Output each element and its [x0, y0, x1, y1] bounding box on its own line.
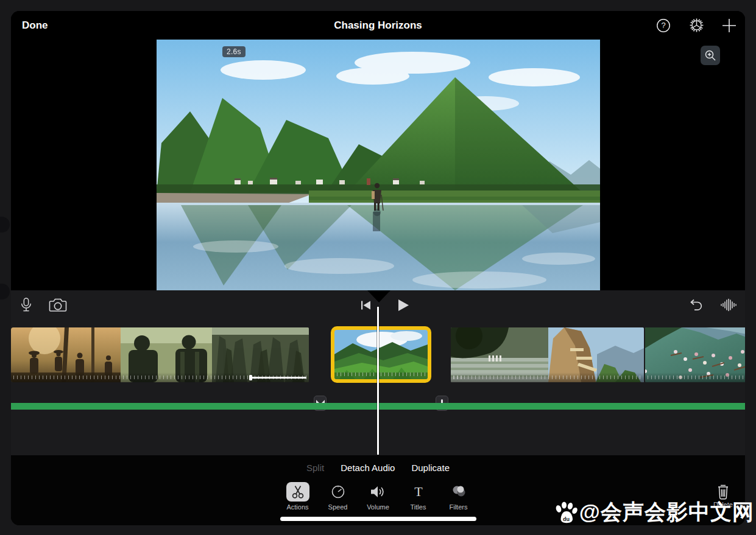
undo-icon[interactable]: [685, 295, 705, 315]
trash-icon: [716, 483, 730, 500]
capture-camera-icon[interactable]: [48, 295, 68, 315]
tab-label: Volume: [367, 503, 389, 511]
titles-T-icon: T: [407, 482, 430, 502]
voiceover-mic-icon[interactable]: [16, 295, 36, 315]
video-preview-area: 2.6s: [11, 40, 745, 290]
timeline-clip-hikers[interactable]: [11, 327, 309, 382]
split-menu-item[interactable]: Split: [306, 463, 324, 473]
project-settings-gear-icon[interactable]: [689, 18, 704, 33]
top-navigation-bar: Done Chasing Horizons ?: [11, 11, 745, 40]
help-icon[interactable]: ?: [656, 18, 671, 33]
duplicate-menu-item[interactable]: Duplicate: [411, 463, 450, 473]
inspector-panel: Split Detach Audio Duplicate Actions: [11, 455, 745, 525]
tab-label: Speed: [328, 503, 348, 511]
tab-actions[interactable]: Actions: [281, 482, 315, 511]
svg-text:T: T: [414, 484, 423, 499]
clip-volume-line: [250, 377, 306, 379]
tab-volume[interactable]: Volume: [361, 482, 395, 511]
detach-audio-menu-item[interactable]: Detach Audio: [341, 463, 395, 473]
audio-tick-marks: [337, 372, 425, 376]
video-preview[interactable]: [157, 40, 600, 290]
tab-filters[interactable]: Filters: [442, 482, 476, 511]
playhead-top-marker: [367, 290, 390, 302]
delete-button[interactable]: Delete: [707, 483, 739, 508]
tab-titles[interactable]: T Titles: [401, 482, 436, 511]
inspector-tab-bar: Actions Speed: [11, 482, 745, 511]
tab-label: Actions: [286, 503, 308, 511]
audio-tick-marks: [648, 376, 745, 379]
imovie-editor-window: Done Chasing Horizons ?: [11, 11, 745, 525]
selected-clip-green-valley[interactable]: [331, 326, 431, 383]
screen-edge-artifact: [0, 284, 10, 299]
tab-label: Filters: [450, 503, 468, 511]
topbar-actions: ?: [656, 11, 737, 40]
clip-duration-badge: 2.6s: [222, 46, 246, 57]
timeline-clip-fortress[interactable]: [451, 327, 644, 382]
home-indicator[interactable]: [280, 517, 476, 521]
tab-speed[interactable]: Speed: [321, 482, 355, 511]
audio-tick-marks: [453, 376, 641, 379]
audio-waveform-icon[interactable]: [719, 295, 738, 315]
tab-label: Titles: [411, 503, 426, 511]
add-media-plus-icon[interactable]: [722, 18, 737, 33]
scissors-icon: [286, 482, 309, 502]
delete-label: Delete: [713, 501, 733, 508]
clip-volume-handle[interactable]: [249, 375, 252, 380]
preview-scene: [157, 40, 600, 290]
zoom-magnifier-button[interactable]: [701, 46, 720, 65]
playhead-line: [377, 307, 379, 455]
play-icon[interactable]: [394, 295, 413, 315]
screen-edge-artifact: [0, 217, 10, 233]
speedometer-icon: [327, 482, 350, 502]
filters-circles-icon: [447, 482, 470, 502]
speaker-icon: [367, 482, 390, 502]
clip-action-menu: Split Detach Audio Duplicate: [11, 463, 745, 473]
svg-text:?: ?: [661, 21, 665, 30]
project-title: Chasing Horizons: [11, 11, 745, 40]
timeline-clip-rafting[interactable]: [645, 327, 745, 382]
